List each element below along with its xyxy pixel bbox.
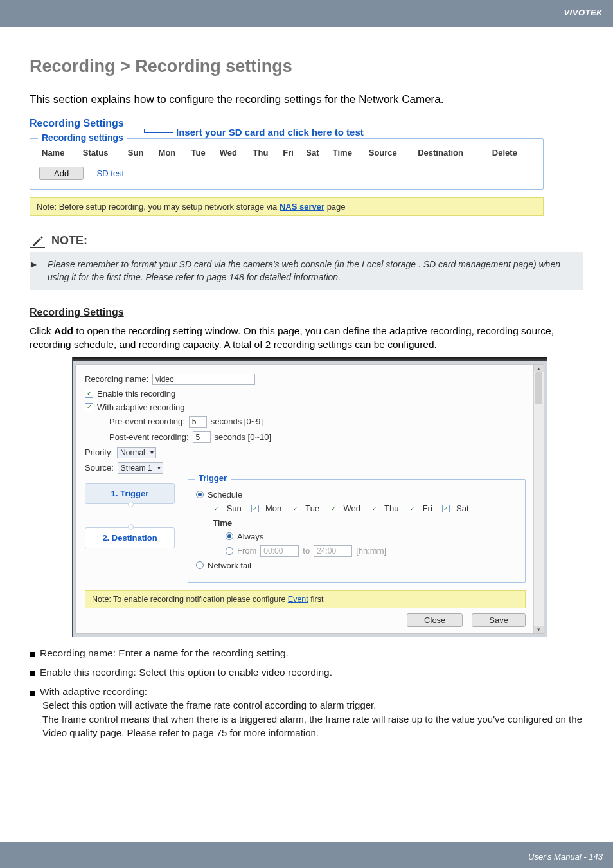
col-thu: Thu	[251, 145, 281, 160]
callout-line	[144, 132, 173, 133]
recording-settings-subhead: Recording Settings	[30, 307, 583, 318]
day-wed-label: Wed	[344, 503, 361, 513]
footer-text: User's Manual - 143	[528, 852, 603, 862]
day-thu-label: Thu	[384, 503, 398, 513]
post-event-input[interactable]: 5	[193, 431, 211, 443]
dialog-titlebar	[73, 357, 547, 361]
day-thu-checkbox[interactable]: ✓	[371, 505, 378, 512]
event-note-prefix: Note: To enable recording notification p…	[92, 595, 288, 604]
day-sun-checkbox[interactable]: ✓	[213, 505, 220, 512]
col-delete: Delete	[490, 145, 534, 160]
step-trigger[interactable]: 1. Trigger	[85, 483, 175, 504]
bullet-adaptive-sub1: Select this option will activate the fra…	[42, 699, 583, 712]
col-wed: Wed	[217, 145, 251, 160]
col-name: Name	[39, 145, 80, 160]
recording-settings-panel: Recording settings Name Status Sun Mon T…	[30, 138, 544, 190]
schedule-label: Schedule	[208, 490, 242, 500]
add-paragraph: Click Add to open the recording setting …	[30, 325, 583, 352]
step-connector	[130, 504, 130, 527]
source-label: Source:	[85, 463, 114, 473]
post-event-label: Post-event recording:	[109, 432, 189, 442]
always-label: Always	[237, 532, 263, 541]
network-fail-label: Network fail	[208, 561, 251, 570]
from-radio[interactable]	[226, 547, 233, 555]
rec-name-label: Recording name:	[85, 374, 148, 384]
pre-event-input[interactable]: 5	[189, 416, 207, 428]
col-sun: Sun	[125, 145, 156, 160]
priority-select[interactable]: Normal	[117, 447, 156, 458]
day-fri-label: Fri	[423, 503, 432, 513]
note-body: ► Please remember to format your SD card…	[30, 252, 583, 290]
col-mon: Mon	[156, 145, 189, 160]
event-link[interactable]: Event	[288, 595, 308, 604]
day-mon-checkbox[interactable]: ✓	[251, 505, 259, 512]
recording-dialog: ▴ ▾ Recording name: video ✓ Enable this …	[72, 357, 547, 637]
bullet-adaptive-sub2: The frame control means that when there …	[42, 713, 583, 739]
day-sat-label: Sat	[456, 503, 469, 513]
always-radio[interactable]	[226, 532, 233, 540]
note-title: NOTE:	[51, 234, 87, 248]
col-destination: Destination	[415, 145, 490, 160]
note-text: Please remember to format your SD card v…	[48, 258, 574, 284]
network-fail-radio[interactable]	[196, 561, 204, 569]
close-button[interactable]: Close	[407, 613, 463, 627]
add-button[interactable]: Add	[39, 167, 84, 180]
sd-test-link[interactable]: SD test	[97, 168, 125, 178]
priority-label: Priority:	[85, 448, 113, 457]
trigger-legend: Trigger	[195, 473, 231, 483]
insert-sd-hint: Insert your SD card and click here to te…	[176, 127, 364, 138]
rule-top	[18, 39, 595, 39]
scroll-up-icon[interactable]: ▴	[534, 365, 544, 372]
bullet-icon	[30, 652, 35, 657]
recording-settings-legend: Recording settings	[38, 132, 127, 143]
source-select[interactable]: Stream 1	[118, 462, 163, 474]
to-input[interactable]: 24:00	[314, 545, 352, 557]
adaptive-recording-label: With adaptive recording	[97, 402, 185, 412]
adaptive-recording-checkbox[interactable]: ✓	[85, 403, 93, 411]
from-input[interactable]: 00:00	[260, 545, 299, 557]
col-sat: Sat	[303, 145, 330, 160]
bullet-recording-name: Recording name: Enter a name for the rec…	[40, 647, 289, 659]
header-bar	[0, 0, 613, 27]
col-status: Status	[80, 145, 125, 160]
nas-note: Note: Before setup recording, you may se…	[30, 197, 544, 216]
days-row: ✓ Sun ✓ Mon ✓ Tue ✓ Wed ✓ Thu ✓ Fri ✓ Sa…	[213, 503, 517, 513]
day-sat-checkbox[interactable]: ✓	[442, 505, 450, 512]
to-label: to	[303, 546, 310, 556]
enable-recording-checkbox[interactable]: ✓	[85, 390, 93, 398]
pencil-icon	[30, 233, 45, 248]
day-mon-label: Mon	[265, 503, 281, 513]
bullet-enable: Enable this recording: Select this optio…	[40, 667, 332, 678]
day-wed-checkbox[interactable]: ✓	[330, 505, 337, 512]
save-button[interactable]: Save	[472, 613, 526, 627]
nas-server-link[interactable]: NAS server	[280, 202, 324, 212]
time-label: Time	[213, 518, 517, 528]
schedule-radio[interactable]	[196, 491, 204, 498]
trigger-fieldset: Trigger Schedule ✓ Sun ✓ Mon ✓ Tue ✓ Wed…	[188, 479, 526, 583]
pre-event-hint: seconds [0~9]	[211, 417, 263, 426]
event-note: Note: To enable recording notification p…	[85, 590, 526, 608]
recording-settings-grid: Name Status Sun Mon Tue Wed Thu Fri Sat …	[39, 145, 534, 160]
intro-text: This section explains how to configure t…	[30, 93, 583, 106]
scroll-down-icon[interactable]: ▾	[534, 626, 544, 633]
page-title: Recording > Recording settings	[30, 57, 583, 77]
from-label: From	[237, 546, 256, 556]
rec-name-input[interactable]: video	[152, 374, 255, 385]
enable-recording-label: Enable this recording	[97, 389, 175, 399]
bullet-icon	[30, 691, 35, 696]
brand-label: VIVOTEK	[564, 8, 603, 17]
col-fri: Fri	[280, 145, 303, 160]
day-tue-label: Tue	[305, 503, 319, 513]
hhmm-hint: [hh:mm]	[356, 546, 386, 556]
day-fri-checkbox[interactable]: ✓	[409, 505, 416, 512]
event-note-suffix: first	[308, 595, 324, 604]
nas-note-prefix: Note: Before setup recording, you may se…	[37, 202, 280, 212]
day-tue-checkbox[interactable]: ✓	[292, 505, 299, 512]
scrollbar[interactable]: ▴ ▾	[533, 365, 544, 633]
col-tue: Tue	[189, 145, 217, 160]
col-time: Time	[330, 145, 366, 160]
bullet-adaptive: With adaptive recording:	[40, 686, 147, 698]
scroll-thumb[interactable]	[535, 372, 542, 404]
day-sun-label: Sun	[227, 503, 242, 513]
step-destination[interactable]: 2. Destination	[85, 527, 175, 548]
